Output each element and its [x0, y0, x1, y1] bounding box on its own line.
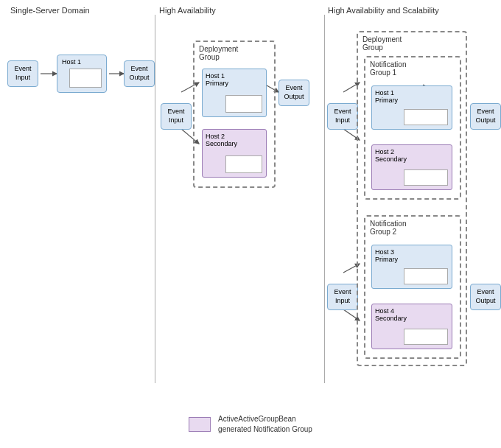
has-ng1-host2-secondary: Host 2Secondary	[371, 144, 452, 190]
has-event-input-2: EventInput	[327, 284, 358, 310]
legend: ActiveActiveGroupBean generated Notifica…	[189, 414, 312, 435]
has-deployment-group: DeploymentGroup NotificationGroup 1 Host…	[357, 31, 467, 366]
has-ng2-host4-secondary: Host 4Secondary	[371, 304, 452, 349]
legend-icon	[189, 417, 211, 432]
single-event-output: EventOutput	[124, 60, 155, 87]
has-ng2-label: NotificationGroup 2	[370, 220, 406, 236]
ha-event-input: EventInput	[161, 103, 192, 130]
has-ng2-host3-primary: Host 3Primary	[371, 245, 452, 289]
title-high-availability: High Availability	[159, 6, 216, 15]
has-ng1-label: NotificationGroup 1	[370, 60, 406, 77]
has-event-input-1: EventInput	[327, 103, 358, 130]
has-ng1-host1-primary: Host 1Primary	[371, 85, 452, 130]
has-notification-group-1: NotificationGroup 1 Host 1Primary Host 2…	[364, 56, 461, 200]
single-event-input: EventInput	[7, 60, 38, 87]
legend-text: ActiveActiveGroupBean generated Notifica…	[218, 414, 312, 435]
title-single-server: Single-Server Domain	[10, 6, 90, 15]
single-host1: Host 1	[57, 55, 107, 93]
divider-1	[155, 15, 155, 383]
ha-deployment-group: DeploymentGroup Host 1Primary Host 2Seco…	[193, 41, 276, 188]
has-notification-group-2: NotificationGroup 2 Host 3Primary Host 4…	[364, 215, 461, 359]
title-has: High Availability and Scalability	[328, 6, 439, 15]
ha-host1-primary: Host 1Primary	[202, 69, 267, 117]
divider-2	[324, 15, 325, 383]
ha-event-output: EventOutput	[278, 80, 309, 106]
has-deployment-group-label: DeploymentGroup	[362, 35, 402, 52]
ha-host2-secondary: Host 2Secondary	[202, 129, 267, 178]
has-event-output-1: EventOutput	[470, 103, 501, 130]
ha-deployment-group-label: DeploymentGroup	[199, 45, 238, 61]
has-event-output-2: EventOutput	[470, 284, 501, 310]
diagram-area: Single-Server Domain High Availability H…	[0, 0, 501, 398]
